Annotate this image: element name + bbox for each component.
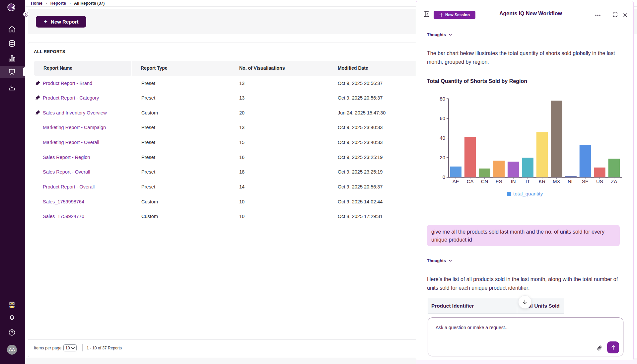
svg-text:IN: IN: [511, 179, 516, 184]
svg-text:KR: KR: [538, 179, 545, 184]
svg-text:20: 20: [440, 155, 445, 160]
svg-text:MX: MX: [553, 179, 560, 184]
svg-text:NL: NL: [568, 179, 574, 184]
svg-text:AE: AE: [453, 179, 459, 184]
svg-text:ES: ES: [496, 179, 502, 184]
svg-text:40: 40: [440, 135, 445, 141]
svg-text:CA: CA: [467, 179, 474, 184]
svg-text:60: 60: [440, 115, 445, 121]
svg-text:IT: IT: [526, 179, 530, 184]
svg-text:CN: CN: [481, 179, 488, 184]
svg-text:total_quantity: total_quantity: [513, 191, 543, 196]
svg-text:US: US: [596, 179, 603, 184]
svg-text:ZA: ZA: [611, 179, 617, 184]
svg-text:80: 80: [440, 96, 445, 102]
svg-text:0: 0: [443, 174, 445, 180]
svg-text:SE: SE: [582, 179, 589, 184]
